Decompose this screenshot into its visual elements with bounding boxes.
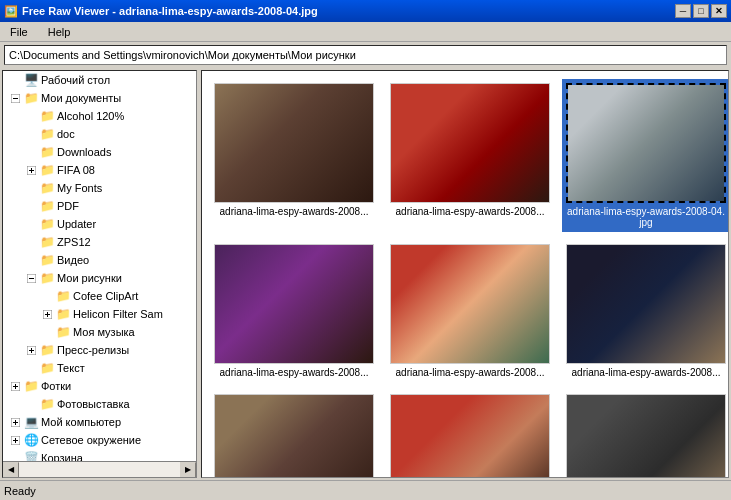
folder-icon: 📁 xyxy=(55,306,71,322)
folder-icon: 🖥️ xyxy=(23,72,39,88)
tree-item[interactable]: 📁Cofee ClipArt xyxy=(3,287,196,305)
thumbnail-item[interactable]: adriana-lima-espy-awards-2008... xyxy=(210,79,378,232)
tree-item[interactable]: 📁Фотовыставка xyxy=(3,395,196,413)
tree-expand-icon xyxy=(7,450,23,461)
folder-icon: 📁 xyxy=(23,90,39,106)
tree-item-label: Мой компьютер xyxy=(39,416,121,428)
app-icon: 🖼️ xyxy=(4,5,18,18)
tree-item-label: Сетевое окружение xyxy=(39,434,141,446)
tree-expand-icon xyxy=(23,216,39,232)
tree-item[interactable]: 📁ZPS12 xyxy=(3,233,196,251)
title-bar-title: 🖼️ Free Raw Viewer - adriana-lima-espy-a… xyxy=(4,5,318,18)
tree-item[interactable]: 📁Фотки xyxy=(3,377,196,395)
tree-expand-icon xyxy=(23,234,39,250)
tree-item[interactable]: 📁Моя музыка xyxy=(3,323,196,341)
tree-expand-icon[interactable] xyxy=(23,162,39,178)
scroll-right-arrow[interactable]: ▶ xyxy=(180,462,196,478)
tree-item-label: Helicon Filter Sam xyxy=(71,308,163,320)
thumbnail-grid: adriana-lima-espy-awards-2008...adriana-… xyxy=(202,71,728,477)
tree-item[interactable]: 📁Alcohol 120% xyxy=(3,107,196,125)
thumbnail-item[interactable]: adriana-lima-espy-awards-2008... xyxy=(386,79,554,232)
close-button[interactable]: ✕ xyxy=(711,4,727,18)
content-scroll[interactable]: adriana-lima-espy-awards-2008...adriana-… xyxy=(202,71,728,477)
tree-expand-icon xyxy=(23,126,39,142)
tree-item-label: Cofee ClipArt xyxy=(71,290,138,302)
thumbnail-item[interactable]: adriana-lima-espy-awards-2008... xyxy=(210,390,378,477)
tree-item-label: Updater xyxy=(55,218,96,230)
tree-item[interactable]: 🌐Сетевое окружение xyxy=(3,431,196,449)
tree-expand-icon[interactable] xyxy=(7,414,23,430)
tree-expand-icon[interactable] xyxy=(7,432,23,448)
tree-item[interactable]: 📁Мои документы xyxy=(3,89,196,107)
tree-item-label: PDF xyxy=(55,200,79,212)
address-bar xyxy=(0,42,731,68)
tree-item[interactable]: 🗑️Корзина xyxy=(3,449,196,461)
tree-item[interactable]: 📁Helicon Filter Sam xyxy=(3,305,196,323)
folder-icon: 📁 xyxy=(39,360,55,376)
tree-expand-icon xyxy=(7,72,23,88)
tree-expand-icon[interactable] xyxy=(39,306,55,322)
tree-item[interactable]: 📁PDF xyxy=(3,197,196,215)
menu-file[interactable]: File xyxy=(4,24,34,40)
folder-icon: 📁 xyxy=(39,144,55,160)
tree-item-label: Мои документы xyxy=(39,92,121,104)
thumbnail-item[interactable]: adriana-lima-espy-awards-2008... xyxy=(562,390,728,477)
minimize-button[interactable]: ─ xyxy=(675,4,691,18)
tree-scroll[interactable]: 🖥️Рабочий стол📁Мои документы 📁Alcohol 12… xyxy=(3,71,196,461)
title-bar-controls: ─ □ ✕ xyxy=(675,4,727,18)
folder-icon: 📁 xyxy=(39,180,55,196)
maximize-button[interactable]: □ xyxy=(693,4,709,18)
tree-panel: 🖥️Рабочий стол📁Мои документы 📁Alcohol 12… xyxy=(2,70,197,478)
tree-item[interactable]: 📁Пресс-релизы xyxy=(3,341,196,359)
tree-item[interactable]: 📁My Fonts xyxy=(3,179,196,197)
tree-item-label: FIFA 08 xyxy=(55,164,95,176)
status-bar: Ready xyxy=(0,480,731,500)
photo-placeholder xyxy=(391,84,549,202)
thumbnail-image xyxy=(214,244,374,364)
tree-item[interactable]: 💻Мой компьютер xyxy=(3,413,196,431)
thumbnail-item[interactable]: adriana-lima-espy-awards-2008... xyxy=(386,240,554,382)
tree-expand-icon xyxy=(23,396,39,412)
tree-expand-icon[interactable] xyxy=(7,90,23,106)
tree-item[interactable]: 📁FIFA 08 xyxy=(3,161,196,179)
tree-expand-icon[interactable] xyxy=(23,342,39,358)
photo-placeholder xyxy=(391,395,549,477)
thumbnail-item[interactable]: adriana-lima-espy-awards-2008... xyxy=(562,240,728,382)
thumbnail-item[interactable]: adriana-lima-espy-awards-2008... xyxy=(386,390,554,477)
photo-placeholder xyxy=(215,84,373,202)
tree-item-label: Downloads xyxy=(55,146,111,158)
address-input[interactable] xyxy=(4,45,727,65)
thumbnail-image xyxy=(390,244,550,364)
thumbnail-item[interactable]: adriana-lima-espy-awards-2008-04.jpg xyxy=(562,79,728,232)
tree-item[interactable]: 📁Текст xyxy=(3,359,196,377)
h-scroll-track[interactable] xyxy=(19,462,180,477)
tree-expand-icon xyxy=(23,108,39,124)
folder-icon: 📁 xyxy=(55,324,71,340)
folder-icon: 📁 xyxy=(39,162,55,178)
photo-placeholder xyxy=(215,395,373,477)
thumbnail-image xyxy=(390,83,550,203)
tree-expand-icon[interactable] xyxy=(23,270,39,286)
tree-item[interactable]: 📁doc xyxy=(3,125,196,143)
folder-icon: 📁 xyxy=(39,270,55,286)
horizontal-scrollbar[interactable]: ◀ ▶ xyxy=(3,461,196,477)
thumbnail-label: adriana-lima-espy-awards-2008-04.jpg xyxy=(566,206,726,228)
folder-icon: 📁 xyxy=(39,198,55,214)
menu-help[interactable]: Help xyxy=(42,24,77,40)
tree-item[interactable]: 📁Видео xyxy=(3,251,196,269)
tree-item-label: Корзина xyxy=(39,452,83,461)
tree-item-label: Пресс-релизы xyxy=(55,344,129,356)
tree-item-label: Alcohol 120% xyxy=(55,110,124,122)
scroll-left-arrow[interactable]: ◀ xyxy=(3,462,19,478)
tree-item[interactable]: 📁Updater xyxy=(3,215,196,233)
tree-expand-icon xyxy=(23,144,39,160)
main-area: 🖥️Рабочий стол📁Мои документы 📁Alcohol 12… xyxy=(0,68,731,480)
folder-icon: 📁 xyxy=(55,288,71,304)
tree-expand-icon[interactable] xyxy=(7,378,23,394)
photo-placeholder xyxy=(567,395,725,477)
thumbnail-item[interactable]: adriana-lima-espy-awards-2008... xyxy=(210,240,378,382)
tree-item[interactable]: 📁Downloads xyxy=(3,143,196,161)
tree-item[interactable]: 📁Мои рисунки xyxy=(3,269,196,287)
thumbnail-image xyxy=(566,244,726,364)
tree-item[interactable]: 🖥️Рабочий стол xyxy=(3,71,196,89)
